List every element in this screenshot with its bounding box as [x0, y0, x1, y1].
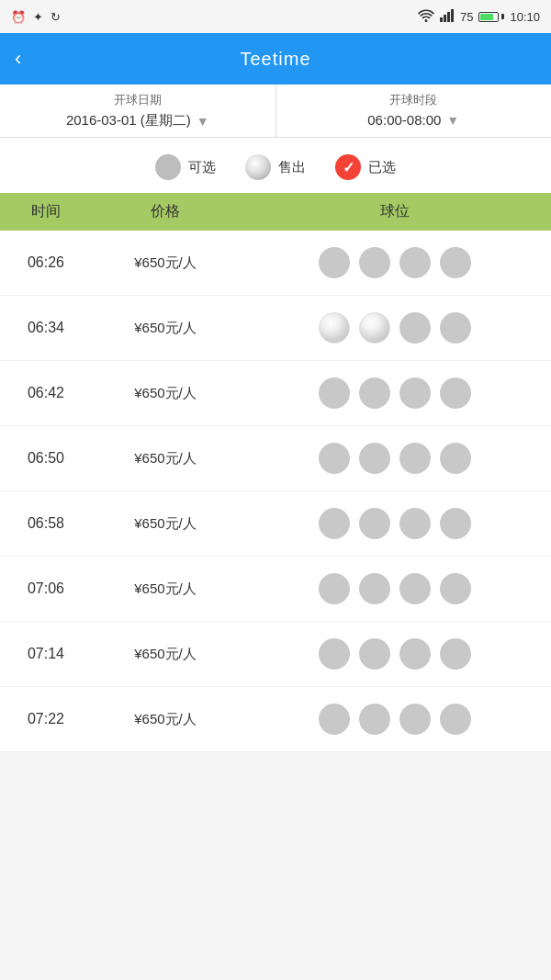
ball-available[interactable]: [399, 443, 431, 474]
row-slots: [239, 443, 551, 474]
row-time: 07:14: [0, 646, 92, 662]
ball-available[interactable]: [399, 638, 431, 670]
ball-available[interactable]: [399, 377, 431, 409]
table-row: 06:50¥650元/人: [0, 426, 551, 491]
row-slots: [239, 312, 551, 344]
ball-available[interactable]: [359, 377, 390, 409]
row-price: ¥650元/人: [92, 515, 239, 533]
back-button[interactable]: ‹: [15, 47, 21, 71]
ball-available[interactable]: [440, 443, 471, 474]
legend-selected: 已选: [335, 154, 396, 180]
ball-available[interactable]: [399, 247, 431, 278]
wifi-icon: [418, 9, 434, 25]
table-row: 06:34¥650元/人: [0, 296, 551, 361]
ball-available[interactable]: [399, 508, 431, 539]
time-arrow-icon: ▼: [446, 113, 459, 128]
row-price: ¥650元/人: [92, 450, 239, 467]
signal-bars-icon: [440, 9, 455, 25]
ball-available[interactable]: [399, 312, 431, 344]
svg-rect-3: [451, 9, 454, 22]
sold-label: 售出: [278, 159, 306, 176]
row-time: 06:34: [0, 320, 92, 336]
clock-icon: ⏰: [11, 10, 26, 24]
refresh-icon: ↻: [51, 10, 61, 24]
row-price: ¥650元/人: [92, 320, 239, 337]
ball-available[interactable]: [440, 704, 471, 735]
available-ball-icon: [155, 154, 181, 180]
ball-available[interactable]: [359, 247, 390, 278]
ball-available[interactable]: [440, 247, 471, 278]
selector-row: 开球日期 2016-03-01 (星期二) ▼ 开球时段 06:00-08:00…: [0, 84, 551, 138]
legend-available: 可选: [155, 154, 216, 180]
header-price: 价格: [92, 202, 239, 221]
date-selector[interactable]: 开球日期 2016-03-01 (星期二) ▼: [0, 84, 276, 137]
available-label: 可选: [188, 159, 216, 176]
ball-available[interactable]: [319, 377, 350, 409]
page-title: Teetime: [240, 49, 310, 70]
status-left-icons: ⏰ ✦ ↻: [11, 10, 61, 24]
time-label: 开球时段: [287, 92, 541, 108]
legend-sold: 售出: [245, 154, 306, 180]
ball-available[interactable]: [359, 443, 390, 474]
ball-available[interactable]: [319, 508, 350, 539]
battery-percentage: 75: [460, 10, 473, 24]
row-price: ¥650元/人: [92, 580, 239, 598]
ball-available[interactable]: [440, 508, 471, 539]
ball-available[interactable]: [319, 443, 350, 474]
svg-rect-2: [447, 12, 450, 22]
ball-available[interactable]: [399, 704, 431, 735]
ball-available[interactable]: [359, 704, 390, 735]
ball-available[interactable]: [359, 573, 390, 604]
date-value: 2016-03-01 (星期二): [66, 112, 191, 130]
time-value: 06:00-08:00: [367, 112, 441, 128]
table-row: 07:14¥650元/人: [0, 622, 551, 687]
row-time: 06:58: [0, 515, 92, 532]
ball-available[interactable]: [359, 638, 390, 670]
table-row: 06:42¥650元/人: [0, 361, 551, 426]
ball-available[interactable]: [399, 573, 431, 604]
row-price: ¥650元/人: [92, 385, 239, 402]
table-row: 07:22¥650元/人: [0, 687, 551, 752]
svg-rect-1: [444, 15, 446, 22]
row-slots: [239, 573, 551, 604]
table-header: 时间 价格 球位: [0, 193, 551, 231]
header-slot: 球位: [239, 202, 551, 221]
battery-indicator: [478, 12, 504, 22]
ball-available[interactable]: [440, 573, 471, 604]
table-row: 06:58¥650元/人: [0, 491, 551, 557]
svg-rect-0: [440, 17, 443, 22]
ball-available[interactable]: [440, 312, 471, 344]
table-row: 07:06¥650元/人: [0, 557, 551, 622]
time-selector[interactable]: 开球时段 06:00-08:00 ▼: [276, 84, 552, 137]
ball-available[interactable]: [319, 247, 350, 278]
ball-available[interactable]: [359, 508, 390, 539]
header-time: 时间: [0, 202, 92, 221]
selected-ball-icon: [335, 154, 361, 180]
ball-sold: [359, 312, 390, 344]
selected-label: 已选: [368, 159, 396, 176]
table-body: 06:26¥650元/人06:34¥650元/人06:42¥650元/人06:5…: [0, 231, 551, 752]
date-arrow-icon: ▼: [197, 114, 209, 129]
row-slots: [239, 704, 551, 735]
ball-available[interactable]: [319, 573, 350, 604]
ball-available[interactable]: [440, 638, 471, 670]
row-time: 07:22: [0, 711, 92, 727]
time-display: 10:10: [510, 10, 540, 24]
legend: 可选 售出 已选: [0, 138, 551, 193]
status-bar: ⏰ ✦ ↻ 75 10: [0, 0, 551, 33]
row-price: ¥650元/人: [92, 646, 239, 663]
row-price: ¥650元/人: [92, 254, 239, 272]
row-slots: [239, 508, 551, 539]
row-slots: [239, 247, 551, 278]
table-row: 06:26¥650元/人: [0, 231, 551, 296]
sold-ball-icon: [245, 154, 271, 180]
date-label: 开球日期: [11, 92, 264, 108]
ball-available[interactable]: [319, 704, 350, 735]
ball-sold: [319, 312, 350, 344]
ball-available[interactable]: [319, 638, 350, 670]
row-slots: [239, 638, 551, 670]
row-time: 06:26: [0, 254, 92, 271]
ball-available[interactable]: [440, 377, 471, 409]
row-time: 06:50: [0, 450, 92, 467]
status-right-info: 75 10:10: [418, 9, 540, 25]
